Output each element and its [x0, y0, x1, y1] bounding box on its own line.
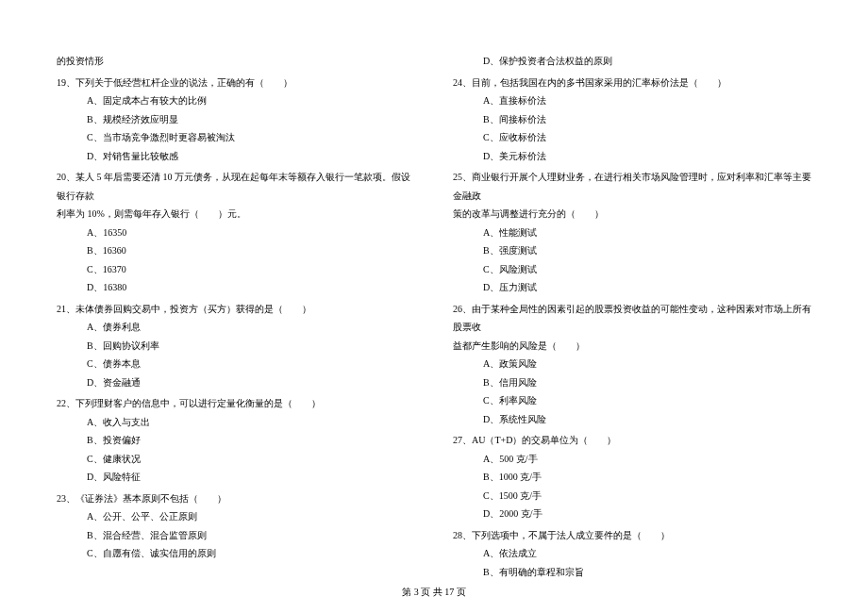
option-c: C、当市场竞争激烈时更容易被淘汰 [57, 128, 415, 147]
option-d: D、系统性风险 [453, 410, 811, 429]
option-b: B、投资偏好 [57, 431, 415, 450]
option-c: C、风险测试 [453, 260, 811, 279]
option-c: C、利率风险 [453, 391, 811, 410]
option-a: A、性能测试 [453, 224, 811, 242]
option-c: C、16370 [57, 260, 415, 279]
option-a: A、公开、公平、公正原则 [57, 507, 415, 526]
question-stem: 19、下列关于低经营杠杆企业的说法，正确的有（ ） [57, 74, 415, 92]
option-b: B、间接标价法 [453, 110, 811, 129]
question-27: 27、AU（T+D）的交易单位为（ ） A、500 克/手 B、1000 克/手… [453, 431, 811, 523]
page-footer: 第 3 页 共 17 页 [0, 586, 868, 599]
option-d: D、美元标价法 [453, 147, 811, 166]
option-a: A、16350 [57, 224, 415, 242]
option-a: A、固定成本占有较大的比例 [57, 91, 415, 110]
question-stem: 24、目前，包括我国在内的多书国家采用的汇率标价法是（ ） [453, 74, 811, 92]
question-22: 22、下列理财客户的信息中，可以进行定量化衡量的是（ ） A、收入与支出 B、投… [57, 394, 415, 487]
question-stem: 21、未体债券回购交易中，投资方（买方）获得的是（ ） [57, 300, 415, 319]
option-a: A、依法成立 [453, 544, 811, 563]
option-c: C、1500 克/手 [453, 487, 811, 505]
question-stem-line1: 25、商业银行开展个人理财业务，在进行相关市场风险管理时，应对利率和汇率等主要金… [453, 168, 811, 205]
question-stem-line1: 26、由于某种全局性的因素引起的股票投资收益的可能性变动，这种因素对市场上所有股… [453, 300, 811, 337]
question-23: 23、《证券法》基本原则不包括（ ） A、公开、公平、公正原则 B、混合经营、混… [57, 489, 415, 563]
option-b: B、有明确的章程和宗旨 [453, 563, 811, 582]
question-stem: 27、AU（T+D）的交易单位为（ ） [453, 431, 811, 450]
option-c: C、健康状况 [57, 450, 415, 469]
option-b: B、16360 [57, 241, 415, 260]
option-c: C、应收标价法 [453, 128, 811, 147]
question-stem-line2: 利率为 10%，则需每年存入银行（ ）元。 [57, 205, 415, 224]
right-column: D、保护投资者合法权益的原则 24、目前，包括我国在内的多书国家采用的汇率标价法… [453, 52, 811, 581]
option-b: B、规模经济效应明显 [57, 110, 415, 129]
option-a: A、政策风险 [453, 355, 811, 373]
option-a: A、债券利息 [57, 318, 415, 337]
option-a: A、收入与支出 [57, 413, 415, 432]
question-24: 24、目前，包括我国在内的多书国家采用的汇率标价法是（ ） A、直接标价法 B、… [453, 74, 811, 166]
question-stem: 23、《证券法》基本原则不包括（ ） [57, 489, 415, 508]
option-a: A、直接标价法 [453, 91, 811, 110]
left-column: 的投资情形 19、下列关于低经营杠杆企业的说法，正确的有（ ） A、固定成本占有… [57, 52, 415, 581]
question-stem: 28、下列选项中，不属于法人成立要件的是（ ） [453, 526, 811, 545]
exam-content: 的投资情形 19、下列关于低经营杠杆企业的说法，正确的有（ ） A、固定成本占有… [57, 52, 811, 581]
option-b: B、回购协议利率 [57, 337, 415, 356]
question-stem-line2: 策的改革与调整进行充分的（ ） [453, 205, 811, 224]
option-d: D、压力测试 [453, 278, 811, 297]
question-28: 28、下列选项中，不属于法人成立要件的是（ ） A、依法成立 B、有明确的章程和… [453, 526, 811, 582]
option-b: B、强度测试 [453, 241, 811, 260]
question-21: 21、未体债券回购交易中，投资方（买方）获得的是（ ） A、债券利息 B、回购协… [57, 300, 415, 392]
option-b: B、信用风险 [453, 373, 811, 392]
option-a: A、500 克/手 [453, 450, 811, 469]
continued-option-d: D、保护投资者合法权益的原则 [453, 52, 811, 71]
question-stem-line1: 20、某人 5 年后需要还清 10 万元债务，从现在起每年末等额存入银行一笔款项… [57, 168, 415, 205]
option-d: D、对销售量比较敏感 [57, 147, 415, 166]
option-c: C、自愿有偿、诚实信用的原则 [57, 544, 415, 563]
option-d: D、2000 克/手 [453, 505, 811, 523]
option-c: C、债券本息 [57, 355, 415, 373]
option-d: D、资金融通 [57, 373, 415, 392]
question-26: 26、由于某种全局性的因素引起的股票投资收益的可能性变动，这种因素对市场上所有股… [453, 300, 811, 429]
question-stem: 22、下列理财客户的信息中，可以进行定量化衡量的是（ ） [57, 394, 415, 413]
question-20: 20、某人 5 年后需要还清 10 万元债务，从现在起每年末等额存入银行一笔款项… [57, 168, 415, 297]
continued-text: 的投资情形 [57, 52, 415, 71]
question-19: 19、下列关于低经营杠杆企业的说法，正确的有（ ） A、固定成本占有较大的比例 … [57, 74, 415, 166]
option-b: B、1000 克/手 [453, 468, 811, 487]
question-stem-line2: 益都产生影响的风险是（ ） [453, 337, 811, 356]
option-d: D、16380 [57, 278, 415, 297]
question-25: 25、商业银行开展个人理财业务，在进行相关市场风险管理时，应对利率和汇率等主要金… [453, 168, 811, 297]
option-b: B、混合经营、混合监管原则 [57, 526, 415, 545]
option-d: D、风险特征 [57, 468, 415, 487]
